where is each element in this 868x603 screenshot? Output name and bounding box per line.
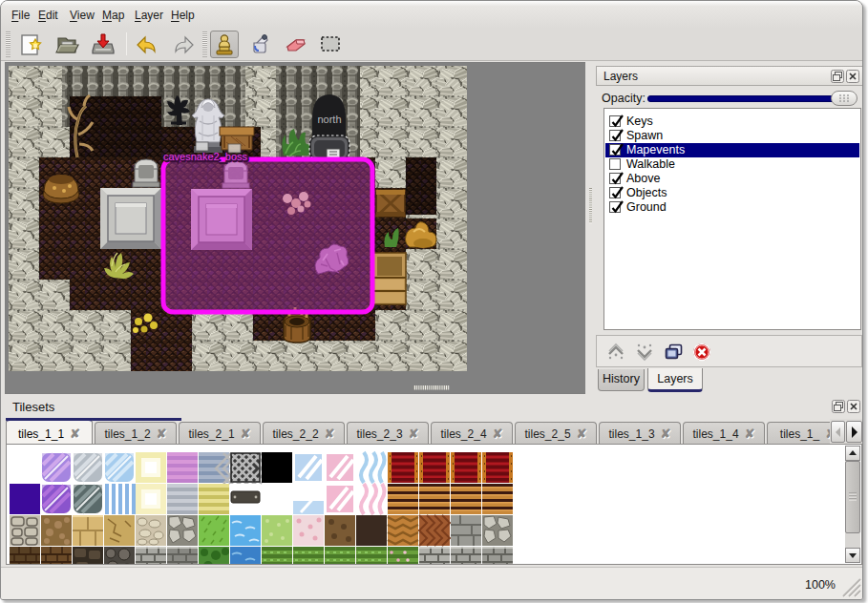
- svg-text:cavesnake2_boss: cavesnake2_boss: [163, 151, 248, 162]
- svg-text:north: north: [317, 114, 341, 125]
